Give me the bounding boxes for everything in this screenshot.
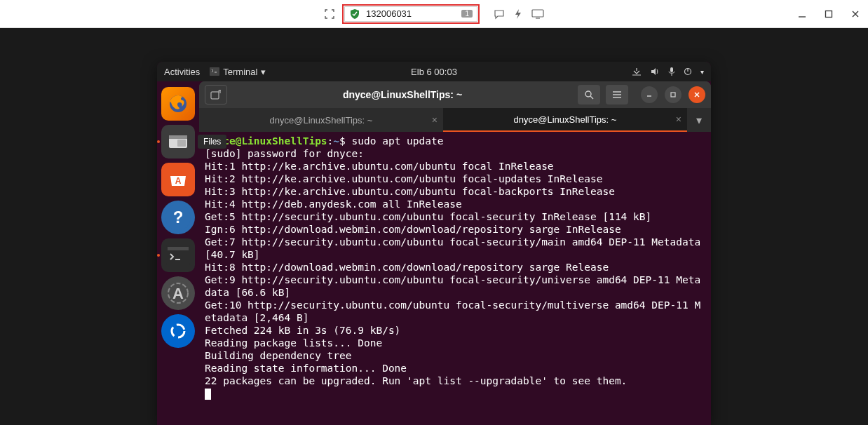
dock-files-tooltip: Files	[198, 135, 226, 149]
svg-rect-21	[671, 93, 675, 97]
topbar-app-menu[interactable]: Terminal ▾	[210, 67, 266, 77]
terminal-close[interactable]	[689, 86, 705, 103]
gnome-topbar: Activities Terminal ▾ Elb 6 00:03 ▾	[157, 62, 711, 81]
dock-help[interactable]: ?	[161, 201, 195, 234]
fullscreen-icon[interactable]	[324, 8, 335, 20]
dock-terminal[interactable]	[161, 238, 195, 272]
ubuntu-desktop-region: Activities Terminal ▾ Elb 6 00:03 ▾	[157, 62, 711, 425]
svg-rect-0	[532, 10, 543, 17]
chevron-down-icon[interactable]: ▾	[700, 68, 704, 76]
tabs-menu-button[interactable]: ▾	[687, 108, 711, 132]
svg-point-17	[165, 318, 191, 344]
terminal-body[interactable]: dnyce@LinuxShellTips:~$ sudo apt update …	[199, 132, 711, 425]
minimize-button[interactable]	[795, 7, 809, 21]
close-icon[interactable]: ×	[676, 114, 681, 125]
monitor-icon[interactable]	[531, 9, 544, 19]
mic-icon[interactable]	[668, 67, 675, 76]
svg-text:A: A	[172, 285, 184, 302]
svg-rect-7	[169, 135, 187, 139]
dock-firefox[interactable]	[161, 87, 195, 121]
dock-running-indicator	[157, 254, 160, 257]
svg-rect-2	[210, 67, 219, 76]
svg-rect-8	[177, 140, 186, 147]
terminal-title: dnyce@LinuxShellTips: ~	[233, 89, 572, 100]
svg-rect-13	[168, 247, 189, 250]
anydesk-id-highlight: 132006031 1	[342, 4, 480, 24]
dock-anydesk[interactable]	[161, 314, 195, 348]
close-icon[interactable]: ×	[432, 114, 438, 126]
search-button[interactable]	[578, 85, 600, 104]
activities-button[interactable]: Activities	[164, 67, 200, 77]
anydesk-id-text: 132006031	[366, 8, 456, 19]
remote-desktop: Activities Terminal ▾ Elb 6 00:03 ▾	[0, 28, 868, 425]
lightning-icon[interactable]	[513, 8, 523, 20]
topbar-clock[interactable]: Elb 6 00:03	[411, 67, 457, 77]
svg-rect-19	[211, 92, 219, 99]
svg-text:A: A	[175, 176, 182, 186]
anydesk-titlebar: 132006031 1	[0, 0, 868, 28]
terminal-small-icon	[210, 67, 219, 76]
close-button[interactable]	[848, 7, 862, 21]
terminal-tabs: dnyce@LinuxShellTips: ~ × dnyce@LinuxShe…	[199, 108, 711, 132]
anydesk-action-icons	[494, 8, 544, 20]
topbar-right: ▾	[632, 67, 704, 76]
svg-rect-3	[670, 67, 673, 72]
dock-software[interactable]: A	[161, 163, 195, 196]
dock-software-updater[interactable]: A	[161, 276, 195, 310]
anydesk-center: 132006031 1	[324, 4, 544, 24]
dock-files[interactable]: Files	[161, 125, 195, 158]
new-tab-button[interactable]	[205, 85, 227, 104]
power-icon[interactable]	[684, 67, 692, 76]
terminal-window-controls	[641, 86, 705, 103]
chat-icon[interactable]	[494, 8, 505, 20]
svg-rect-1	[826, 11, 832, 18]
chevron-down-icon: ▾	[261, 67, 266, 77]
terminal-minimize[interactable]	[641, 86, 658, 103]
terminal-tab-label: dnyce@LinuxShellTips: ~	[514, 114, 617, 125]
terminal-headerbar: dnyce@LinuxShellTips: ~	[199, 81, 711, 108]
volume-icon[interactable]	[650, 67, 660, 76]
topbar-left: Activities Terminal ▾	[164, 67, 266, 77]
terminal-maximize[interactable]	[665, 86, 681, 103]
shield-icon	[349, 8, 360, 20]
ubuntu-dock: Files A ? A	[157, 81, 199, 348]
terminal-tab-label: dnyce@LinuxShellTips: ~	[270, 115, 373, 126]
anydesk-session-badge: 1	[461, 10, 473, 18]
terminal-window: dnyce@LinuxShellTips: ~ dnyce@LinuxShell…	[199, 81, 711, 425]
maximize-button[interactable]	[822, 7, 836, 21]
window-controls	[795, 0, 862, 28]
anydesk-id-field[interactable]: 132006031 1	[344, 6, 477, 22]
topbar-app-label: Terminal	[223, 67, 257, 77]
terminal-tab-2[interactable]: dnyce@LinuxShellTips: ~ ×	[443, 108, 687, 132]
svg-text:?: ?	[173, 208, 184, 227]
dock-running-indicator	[157, 140, 160, 143]
terminal-tab-1[interactable]: dnyce@LinuxShellTips: ~ ×	[199, 108, 443, 132]
menu-button[interactable]	[606, 85, 628, 104]
svg-point-20	[585, 91, 591, 97]
network-icon[interactable]	[632, 67, 642, 76]
